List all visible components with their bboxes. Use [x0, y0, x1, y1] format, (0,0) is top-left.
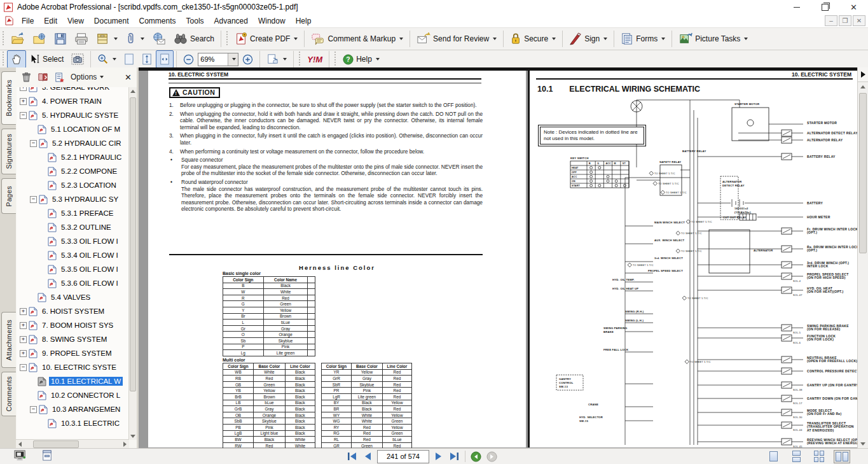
actual-size-button[interactable] [120, 50, 138, 68]
scroll-thumb[interactable] [130, 97, 136, 391]
bookmark-item[interactable]: 5.3.6 OIL FLOW I [17, 276, 129, 290]
delete-bookmark-icon[interactable] [21, 72, 32, 83]
attach-button[interactable] [121, 30, 148, 48]
scroll-up-icon[interactable] [858, 82, 868, 92]
scroll-thumb[interactable] [33, 440, 79, 448]
collapse-minus-icon[interactable]: − [20, 364, 27, 371]
toolbar-grip[interactable] [334, 52, 337, 67]
page-display-button[interactable] [263, 50, 291, 68]
last-page-button[interactable] [448, 451, 460, 461]
restore-button[interactable] [811, 0, 839, 14]
fullscreen-view-icon[interactable] [14, 450, 27, 461]
doc-restore-button[interactable]: ❐ [839, 15, 851, 26]
bookmarks-hscrollbar[interactable] [16, 439, 129, 449]
toolbar-grip[interactable] [2, 31, 5, 46]
options-menu-button[interactable]: Options [71, 73, 104, 81]
doc-minimize-button[interactable]: – [825, 15, 837, 26]
fit-page-button[interactable] [138, 50, 156, 68]
zoom-tool-button[interactable] [93, 50, 120, 68]
picture-tasks-button[interactable]: Picture Tasks [675, 30, 752, 48]
create-pdf-button[interactable]: Create PDF [231, 30, 301, 48]
secure-button[interactable]: Secure [506, 30, 560, 48]
bookmark-item[interactable]: 5.3.3 OIL FLOW I [17, 234, 129, 248]
minimize-button[interactable] [782, 0, 811, 14]
expand-current-bookmark-icon[interactable] [38, 72, 48, 83]
previous-page-button[interactable] [363, 451, 372, 461]
bookmark-item[interactable]: +6. HOIST SYSTEM [17, 304, 129, 318]
next-view-button[interactable] [486, 451, 497, 462]
bookmark-item[interactable]: −5. HYDRAULIC SYSTE [17, 108, 129, 122]
zoom-level-combo[interactable] [198, 53, 238, 66]
bookmark-item[interactable]: 5.4 VALVES [17, 290, 129, 304]
bookmark-item[interactable]: 5.1 LOCATION OF M [17, 122, 129, 136]
panel-tab-signatures[interactable]: Signatures [1, 129, 16, 174]
bookmarks-vscrollbar[interactable] [128, 87, 137, 440]
hand-tool-button[interactable] [7, 50, 26, 68]
menu-document[interactable]: Document [89, 15, 134, 27]
page-number-input[interactable] [377, 450, 429, 463]
expand-plus-icon[interactable]: + [20, 350, 27, 357]
bookmark-item[interactable]: 10.2 CONNECTOR L [17, 388, 129, 402]
bookmark-item[interactable]: −10.3 ARRANGEMEN [17, 402, 129, 416]
open-button[interactable] [7, 30, 29, 48]
bookmark-item[interactable]: 5.2.1 HYDRAULIC [17, 150, 129, 164]
save-button[interactable] [50, 30, 71, 48]
facing-pages-button[interactable] [834, 450, 850, 463]
pdf-page-right[interactable]: 10. ELECTRIC SYSTEM 10.1ELECTRICAL WIRIN… [528, 71, 858, 447]
continuous-page-button[interactable] [788, 450, 804, 463]
next-page-button[interactable] [434, 451, 443, 461]
bookmark-item[interactable]: +4. POWER TRAIN [17, 94, 129, 108]
close-button[interactable]: ✕ [839, 0, 868, 14]
expand-plus-icon[interactable]: + [20, 98, 27, 105]
bookmark-item[interactable]: 5.2.3 LOCATION [17, 178, 129, 192]
menu-advanced[interactable]: Advanced [209, 15, 253, 27]
previous-view-button[interactable] [471, 451, 481, 462]
bookmark-item[interactable]: 10.1 ELECTRICAL W [17, 374, 129, 388]
panel-expand-button[interactable] [858, 67, 868, 82]
bookmark-item[interactable]: +3. GENERAL WORK [17, 87, 129, 94]
scroll-right-icon[interactable] [121, 442, 129, 447]
bookmark-item[interactable]: +8. SWING SYSTEM [17, 332, 129, 346]
bookmark-item[interactable]: +9. PROPEL SYSTEM [17, 346, 129, 360]
menu-help[interactable]: Help [291, 15, 317, 27]
bookmark-item[interactable]: +7. BOOM HOIST SYS [17, 318, 129, 332]
yahoo-messenger-button[interactable]: Y!M [303, 50, 326, 68]
expand-plus-icon[interactable]: + [20, 336, 27, 343]
collapse-minus-icon[interactable]: − [20, 112, 27, 119]
help-button[interactable]: ?Help [339, 50, 383, 68]
snapshot-tool-button[interactable] [67, 50, 88, 68]
bookmark-item[interactable]: 5.3.2 OUTLINE [17, 220, 129, 234]
panel-close-icon[interactable]: ✕ [125, 73, 132, 82]
zoom-in-button[interactable] [238, 50, 257, 68]
document-vscrollbar[interactable] [857, 67, 868, 449]
first-page-button[interactable] [347, 451, 358, 461]
bookmark-item[interactable]: −5.2 HYDRAULIC CIR [17, 136, 129, 150]
open-web-button[interactable] [29, 30, 50, 48]
expand-plus-icon[interactable]: + [20, 308, 27, 315]
panel-tab-pages[interactable]: Pages [1, 178, 16, 214]
zoom-level-input[interactable] [198, 55, 228, 63]
comment-markup-button[interactable]: Comment & Markup [307, 30, 407, 48]
bookmark-item[interactable]: 5.3.1 PREFACE [17, 206, 129, 220]
email-button[interactable] [148, 30, 170, 48]
menu-file[interactable]: File [17, 15, 39, 27]
scroll-down-icon[interactable] [858, 439, 868, 449]
collapse-minus-icon[interactable]: − [30, 406, 37, 413]
search-button[interactable]: Search [170, 30, 218, 48]
bookmark-item[interactable]: 5.2.2 COMPONE [17, 164, 129, 178]
menu-comments[interactable]: Comments [134, 15, 181, 27]
forms-button[interactable]: Forms [617, 30, 669, 48]
scroll-left-icon[interactable] [16, 442, 24, 447]
single-page-button[interactable] [765, 450, 782, 463]
new-bookmark-icon[interactable] [54, 72, 65, 83]
panel-tab-attachments[interactable]: Attachments [1, 312, 16, 368]
menu-edit[interactable]: Edit [39, 15, 62, 27]
send-for-review-button[interactable]: Send for Review [413, 30, 500, 48]
bookmark-item[interactable]: 5.3.4 OIL FLOW I [17, 248, 129, 262]
zoom-out-button[interactable] [179, 50, 198, 68]
continuous-facing-button[interactable] [811, 450, 827, 463]
select-tool-button[interactable]: Select [26, 50, 67, 68]
scroll-down-icon[interactable] [129, 432, 137, 440]
print-button[interactable] [71, 30, 92, 48]
sign-button[interactable]: Sign [565, 30, 611, 48]
